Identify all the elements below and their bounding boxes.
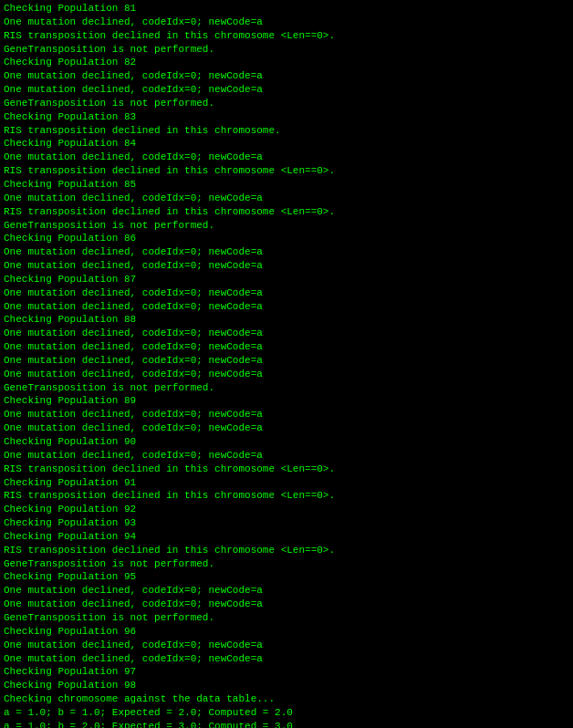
terminal-output: Checking Population 81 One mutation decl… [0,0,573,728]
